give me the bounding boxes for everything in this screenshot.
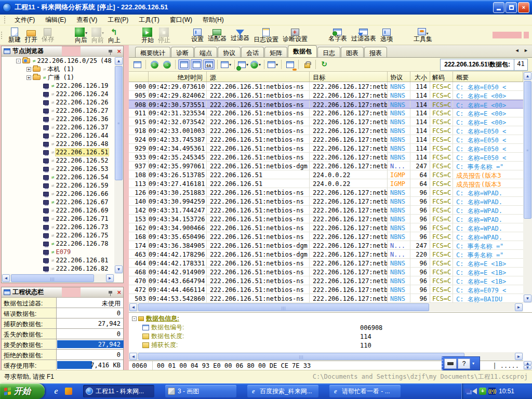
packet-row[interactable]: 140 09:43:30.994259 222.206.126.51:netbi… — [129, 197, 523, 206]
start-button[interactable]: 开始 — [0, 383, 45, 399]
scroll-thumb[interactable]: ||| — [138, 353, 464, 360]
tree-node[interactable]: ⇄ 222.206.126.19 — [2, 82, 114, 90]
toolbar-button[interactable]: 适配器 — [206, 29, 229, 42]
quicklaunch-app-icon[interactable] — [63, 386, 74, 396]
tree-node[interactable]: ⇄ 222.206.126.67 — [2, 198, 114, 206]
toolbar-button[interactable]: 选项 — [378, 28, 395, 43]
scroll-right-button[interactable]: ► — [515, 303, 523, 311]
quicklaunch-ie-icon[interactable]: e — [51, 386, 61, 396]
taskbar-window-button[interactable]: 工程11 - 科来网... — [83, 385, 154, 397]
column-header-number[interactable] — [129, 72, 149, 82]
menu-item[interactable]: 文件(F) — [9, 15, 40, 25]
tree-node[interactable]: + ⇄ 本机 (1) — [2, 65, 114, 73]
toggle-hex-view-button[interactable]: 6A — [203, 59, 215, 70]
tree-node[interactable]: ⇄ 222.206.126.26 — [2, 98, 114, 107]
view-tab[interactable]: 日志 — [317, 47, 340, 57]
packet-row[interactable]: 153 09:43:34.153726 222.206.126.51:netbi… — [129, 215, 523, 223]
toolbar-button[interactable] — [395, 30, 411, 40]
toolbar-button[interactable]: ■ 停止 — [156, 27, 172, 44]
table-vscrollbar[interactable]: ▲ ≡ ▼ — [523, 72, 532, 303]
toolbar-button[interactable] — [172, 30, 189, 40]
toggle-list-view-button[interactable] — [178, 59, 190, 70]
tree-node[interactable]: ⇄ 222.206.126.51 — [2, 148, 114, 156]
toolbar-button[interactable]: ↰ 向上 — [106, 27, 123, 44]
toolbar-grip[interactable] — [1, 32, 3, 39]
scroll-right-button[interactable]: ► — [106, 274, 114, 282]
tree-expander-icon[interactable]: - — [132, 316, 137, 321]
view-tab[interactable]: 图表 — [341, 47, 364, 57]
packet-row[interactable]: 113 09:43:27.416181 222.206.126.51 224.0… — [129, 179, 523, 188]
tree-node[interactable]: ⇄ 222.206.126.78 — [2, 240, 114, 248]
add-filter-button[interactable]: ▾ — [237, 59, 249, 70]
packet-row[interactable]: 924 09:42:33.745387 222.206.126.51:netbi… — [129, 135, 523, 144]
column-header-destination[interactable]: 目标 — [310, 72, 388, 82]
view-tab[interactable]: 会话 — [241, 47, 264, 57]
pin-icon[interactable] — [109, 291, 112, 294]
packet-row[interactable]: 174 09:43:36.384905 222.206.126.51:netbi… — [129, 241, 523, 250]
view-tab[interactable]: 协议 — [218, 47, 241, 57]
column-header-source[interactable]: 源 — [207, 72, 310, 82]
tree-node[interactable]: ⇄ 222.206.126.71 — [2, 215, 114, 223]
dropdown-arrow-icon[interactable]: ▾ — [85, 31, 87, 35]
packet-info-field[interactable]: 数据包编号: 006908 — [129, 323, 532, 332]
menu-item[interactable]: 帮助(H) — [197, 15, 229, 25]
split-layout-button[interactable]: ▾ — [220, 59, 232, 70]
scroll-left-button[interactable]: ◄ — [129, 353, 137, 360]
taskbar-window-button[interactable]: e 请帮忙看一看 - ... — [329, 385, 401, 397]
packet-row[interactable]: 126 09:43:30.251883 222.206.126.51:netbi… — [129, 188, 523, 197]
packet-row[interactable]: 503 09:44:53.542860 222.206.126.51:netbi… — [129, 294, 523, 303]
packet-row[interactable]: 470 09:44:43.664794 222.206.126.51:netbi… — [129, 276, 523, 285]
taskbar-window-button[interactable]: e 百度搜索_科来网... — [247, 385, 318, 397]
toolbar-button[interactable]: ► 开始 — [139, 27, 156, 44]
toolbar-grip[interactable] — [4, 16, 6, 23]
scroll-thumb[interactable]: ||| — [138, 303, 429, 311]
packet-row[interactable]: 162 09:43:34.900466 222.206.126.51:netbi… — [129, 223, 523, 232]
menu-item[interactable]: 编辑(E) — [40, 15, 71, 25]
goto-packet-button[interactable]: ←▾ — [250, 59, 261, 70]
column-header-summary[interactable]: 概要 — [453, 72, 523, 82]
toggle-decode-view-button[interactable] — [191, 59, 202, 70]
tree-node[interactable]: ⇄ 222.206.126.37 — [2, 123, 114, 131]
packet-row[interactable]: 933 09:42:35.245345 222.206.126.51:netbi… — [129, 153, 523, 162]
column-header-time[interactable]: 绝对时间 — [149, 72, 207, 82]
tree-node[interactable]: ⇄ 222.206.126.73 — [2, 223, 114, 231]
packet-row[interactable]: 168 09:43:35.650496 222.206.126.51:netbi… — [129, 232, 523, 241]
view-tab[interactable]: 数据包 — [288, 45, 317, 57]
packet-row[interactable]: 108 09:43:26.513785 222.206.126.51 224.0… — [129, 170, 523, 179]
view-tab[interactable]: 诊断 — [171, 47, 194, 57]
tree-node[interactable]: ⇄ 222.206.126.53 — [2, 165, 114, 173]
tree-node[interactable]: ⇄ 222.206.126.54 — [2, 173, 114, 181]
toolbar-button[interactable]: 过滤器 — [229, 29, 251, 42]
tree-hscrollbar[interactable]: ◄ ||| ► — [2, 274, 114, 283]
keyboard-button[interactable] — [444, 358, 457, 369]
tree-node[interactable]: ⇄ 222.206.126.82 — [2, 264, 114, 273]
tree-vscrollbar[interactable]: ▲ ≡ ▼ — [114, 57, 123, 274]
tree-node[interactable]: - ⇄ 222.206.126.0/25 (48 — [2, 57, 114, 65]
tree-node[interactable]: + ⇄ 广播 (1) — [2, 73, 114, 82]
prev-packet-button[interactable]: ← — [149, 59, 160, 70]
packet-row[interactable]: 918 09:42:33.001003 222.206.126.51:netbi… — [129, 126, 523, 135]
toolbar-button[interactable]: ▾ 向前 — [89, 27, 106, 44]
scroll-right-button[interactable]: ► — [515, 353, 523, 360]
toolbar-button[interactable]: 过滤器表 — [349, 28, 378, 42]
packet-row[interactable]: 911 09:42:31.323534 222.206.126.51:netbi… — [129, 109, 523, 117]
tree-node[interactable]: ⇄ 222.206.126.27 — [2, 107, 114, 115]
toolbar-button[interactable]: 保存 — [39, 28, 56, 43]
toolbar-button[interactable] — [123, 30, 139, 40]
packet-info-header[interactable]: - 数据包信息: — [129, 314, 532, 323]
tab-scroll-arrows-icon[interactable]: ◄ ► — [515, 48, 530, 53]
packet-row[interactable]: 464 09:44:42.178331 222.206.126.51:netbi… — [129, 259, 523, 268]
taskbar-window-button[interactable]: 3 - 画图 — [165, 385, 236, 397]
packet-row[interactable]: 463 09:44:42.178296 222.206.126.51:netbi… — [129, 250, 523, 259]
packet-row[interactable]: 142 09:43:31.744247 222.206.126.51:netbi… — [129, 206, 523, 215]
tree-node[interactable]: ⇄ E079 — [2, 248, 114, 256]
dropdown-arrow-icon[interactable]: ▾ — [102, 31, 104, 35]
menu-item[interactable]: 工具(T) — [134, 15, 164, 25]
packet-row[interactable]: 905 09:42:29.824062 222.206.126.51:netbi… — [129, 91, 523, 100]
packet-info-field[interactable]: 数据包长度: 114 — [129, 332, 532, 341]
lock-button[interactable] — [301, 59, 313, 70]
toolbar-button[interactable] — [56, 30, 73, 40]
table-hscrollbar[interactable]: ◄ ||| ► — [129, 303, 523, 312]
network-tray-icon[interactable] — [465, 389, 470, 393]
security-shield-icon[interactable]: + — [479, 388, 486, 395]
